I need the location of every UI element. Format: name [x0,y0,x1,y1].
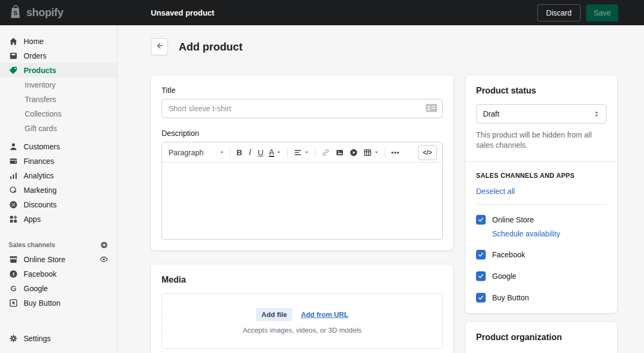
sidebar-item-label: Customers [24,142,60,151]
sidebar-item-buy-button[interactable]: Buy Button [0,296,117,310]
description-editor: Paragraph B I U A [162,142,443,240]
sidebar-item-home[interactable]: Home [0,34,117,48]
discounts-percent-icon [9,200,18,210]
sidebar-item-customers[interactable]: Customers [0,139,117,154]
view-online-store-eye-icon[interactable] [99,255,108,264]
toolbar-divider [385,147,385,158]
italic-button[interactable]: I [245,146,255,159]
underline-button[interactable]: U [255,146,266,159]
sidebar-item-online-store[interactable]: Online Store [0,252,117,266]
sidebar-item-label: Analytics [24,171,54,180]
buy-button-checkbox[interactable] [476,293,486,302]
media-heading: Media [162,275,443,285]
channel-label: Buy Button [492,293,529,302]
sidebar-item-products[interactable]: Products [0,63,117,77]
svg-text:S: S [13,10,18,16]
description-label: Description [162,129,443,138]
product-status-select[interactable]: Draft [476,104,606,124]
text-color-dropdown[interactable]: A [266,146,284,159]
sidebar-item-orders[interactable]: Orders [0,48,117,63]
save-button[interactable]: Save [586,4,618,21]
inset-divider [476,204,606,205]
paragraph-style-value: Paragraph [169,148,203,157]
schedule-availability-link[interactable]: Schedule availability [492,229,606,238]
product-organization-card: Product organization Type [465,322,617,353]
sidebar-item-finances[interactable]: Finances [0,154,117,168]
shopify-wordmark: shopify [26,6,63,19]
sidebar-item-facebook[interactable]: f Facebook [0,266,117,281]
nav-group-divider [0,135,117,139]
checkmark-icon [478,294,484,301]
product-status-helper: This product will be hidden from all sal… [476,130,606,150]
back-button[interactable] [151,38,168,55]
checkmark-icon [478,273,484,279]
toolbar-divider [230,147,230,158]
discard-button[interactable]: Discard [537,4,581,21]
facebook-checkbox[interactable] [476,250,486,260]
facebook-icon: f [9,269,18,279]
channel-label: Google [492,272,516,280]
add-sales-channel-icon[interactable] [100,241,108,249]
sidebar: Home Orders Products Inventory Transfers… [0,25,118,353]
topbar-actions: Discard Save [537,4,644,21]
sidebar-item-inventory[interactable]: Inventory [0,77,117,92]
media-dropzone[interactable]: Add file Add from URL Accepts images, vi… [162,293,443,349]
sidebar-item-apps[interactable]: Apps [0,212,117,226]
paragraph-style-dropdown[interactable]: Paragraph [167,146,226,159]
link-button[interactable] [319,146,333,159]
home-icon [9,37,18,46]
add-from-url-link[interactable]: Add from URL [301,311,348,319]
sidebar-item-gift-cards[interactable]: Gift cards [0,121,117,135]
sidebar-item-discounts[interactable]: Discounts [0,197,117,212]
channel-row-google: Google [476,271,606,281]
sidebar-item-google[interactable]: G Google [0,281,117,296]
checkmark-icon [478,251,484,258]
topbar: S shopify Unsaved product Discard Save [0,0,644,25]
sidebar-item-label: Orders [24,52,47,60]
back-arrow-icon [155,41,164,52]
sidebar-item-label: Settings [24,334,51,343]
channel-label: Online Store [492,215,534,224]
product-organization-heading: Product organization [476,333,606,342]
topbar-page-title: Unsaved product [151,9,214,17]
table-dropdown[interactable] [361,146,382,159]
toolbar-divider [287,147,288,158]
products-tag-icon [9,66,18,75]
add-file-button[interactable]: Add file [256,308,292,321]
bold-button[interactable]: B [233,146,245,159]
autofill-card-icon [426,104,437,114]
apps-grid-icon [9,214,18,224]
insert-image-button[interactable] [333,146,347,159]
online-store-checkbox[interactable] [476,215,486,225]
editor-toolbar: Paragraph B I U A [162,142,442,163]
show-html-button[interactable]: </> [418,145,437,160]
sidebar-item-settings[interactable]: Settings [0,331,117,345]
insert-video-button[interactable] [347,146,361,159]
shopify-logo[interactable]: S shopify [0,4,118,21]
alignment-dropdown[interactable] [291,146,312,159]
sidebar-item-transfers[interactable]: Transfers [0,92,117,106]
deselect-all-link[interactable]: Deselect all [476,187,515,196]
channel-label: Facebook [492,250,525,259]
page-header: Add product [151,38,618,55]
sales-channels-header: Sales channels [0,237,117,252]
sidebar-item-label: Apps [24,215,41,224]
media-helper-text: Accepts images, videos, or 3D models [243,326,361,334]
video-play-icon [349,148,358,157]
product-status-value: Draft [483,110,499,118]
title-input[interactable] [162,99,443,118]
orders-icon [9,51,18,61]
sidebar-item-collections[interactable]: Collections [0,106,117,121]
sidebar-item-analytics[interactable]: Analytics [0,168,117,183]
media-card: Media Add file Add from URL Accepts imag… [151,264,453,353]
analytics-bars-icon [9,171,18,181]
description-textarea[interactable] [162,163,442,239]
toolbar-divider [315,147,316,158]
google-checkbox[interactable] [476,271,486,281]
chevron-down-icon [304,150,309,155]
finances-wallet-icon [9,156,18,166]
sidebar-item-marketing[interactable]: Marketing [0,183,117,197]
svg-text:G: G [10,284,16,292]
more-formatting-button[interactable]: ••• [389,147,402,159]
table-icon [363,148,372,157]
